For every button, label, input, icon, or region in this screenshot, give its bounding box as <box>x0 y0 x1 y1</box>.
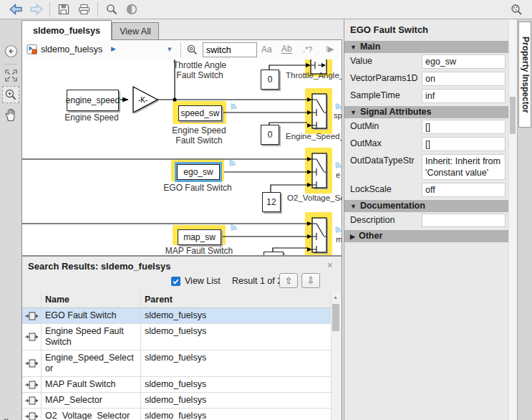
chevron-down-icon: ▼ <box>350 42 357 54</box>
constant-zero-block[interactable]: 0 <box>261 125 279 145</box>
search-results-panel: Search Results: sldemo_fuelsys × View Li… <box>21 256 342 420</box>
search-options-icon[interactable] <box>186 44 199 59</box>
forward-icon[interactable] <box>27 1 44 17</box>
section-main[interactable]: ▼Main <box>344 41 517 53</box>
result-parent: sldemo_fuelsys <box>141 377 331 392</box>
search-icon[interactable] <box>103 1 120 17</box>
property-value-field[interactable]: inf <box>422 89 506 103</box>
results-scrollbar[interactable]: ▲ <box>331 292 341 420</box>
match-case-icon[interactable]: Aa <box>261 44 272 54</box>
property-value-field[interactable]: [] <box>422 120 506 134</box>
section-signal-attributes[interactable]: ▼Signal Attributes <box>344 106 517 118</box>
property-name: LockScale <box>350 183 422 194</box>
property-value-field[interactable]: [] <box>422 137 506 151</box>
previous-result-button[interactable]: ⇧ <box>279 273 298 288</box>
address-search-bar: sldemo_fuelsys ▶ ▾ Aa Ab .*? I▶ <box>22 40 342 60</box>
save-icon[interactable] <box>55 1 72 17</box>
expand-panel-chevrons[interactable]: » <box>4 414 9 420</box>
palette-gutter: » <box>0 19 21 420</box>
back-icon[interactable] <box>7 1 24 17</box>
result-parent: sldemo_fuelsys <box>141 308 331 323</box>
toolbar-separator <box>97 2 98 16</box>
property-value-field[interactable]: on <box>422 72 506 86</box>
constant-twelve-block[interactable]: 12 <box>262 192 281 212</box>
fit-to-view-icon[interactable] <box>2 67 19 84</box>
result-parent: sldemo_fuelsys <box>141 324 331 350</box>
print-icon[interactable] <box>75 1 92 17</box>
constant-block-clipped[interactable] <box>263 252 284 255</box>
block-icon <box>22 393 42 408</box>
property-inspector-panel: EGO Fault Switch ▼Main Value ego_sw Vect… <box>344 19 517 420</box>
find-next-icon[interactable]: I▶ <box>326 44 334 54</box>
search-input[interactable] <box>203 42 257 57</box>
tab-view-all[interactable]: View All <box>112 22 159 40</box>
block-label: Throttle Angle <box>173 60 226 70</box>
result-name: Engine_Speed_Selector <box>42 350 141 376</box>
result-name: MAP_Selector <box>42 393 141 408</box>
result-name: O2_Voltage_Selector <box>42 409 141 420</box>
section-other[interactable]: ▶Other <box>344 230 517 242</box>
collapse-browser-icon[interactable] <box>2 42 19 59</box>
svg-text:-K-: -K- <box>138 96 147 104</box>
next-result-button[interactable]: ⇩ <box>301 273 320 288</box>
table-row[interactable]: MAP Fault Switch sldemo_fuelsys <box>22 377 331 393</box>
palette-separator <box>4 64 16 65</box>
block-label: O2_Voltage_Sel <box>287 194 342 202</box>
result-parent: sldemo_fuelsys <box>141 350 331 376</box>
property-name: OutMax <box>350 137 422 148</box>
signal-wires: -K- <box>22 59 342 255</box>
breadcrumb-model-name[interactable]: sldemo_fuelsys <box>41 44 102 54</box>
model-editor: sldemo_fuelsys ▶ ▾ Aa Ab .*? I▶ <box>21 39 342 256</box>
pan-hand-icon[interactable] <box>2 106 19 123</box>
property-row: Value ego_sw <box>344 53 517 70</box>
zoom-search-icon[interactable] <box>508 1 525 17</box>
close-icon[interactable]: × <box>327 259 333 271</box>
inspector-scrollbar[interactable] <box>508 19 517 420</box>
signal-logging-icon <box>228 222 237 235</box>
table-row[interactable]: EGO Fault Switch sldemo_fuelsys <box>22 308 331 324</box>
table-row[interactable]: Engine_Speed_Selector sldemo_fuelsys <box>22 350 331 377</box>
address-dropdown-icon[interactable]: ▾ <box>168 44 172 54</box>
block-label: Throttle_Angle_Se <box>286 71 342 80</box>
property-name: Value <box>350 54 422 66</box>
zoom-in-icon[interactable] <box>2 86 19 103</box>
breadcrumb-caret-icon[interactable]: ▶ <box>111 45 116 52</box>
view-list-checkbox[interactable] <box>171 276 180 285</box>
toolbar-separator <box>49 2 50 16</box>
contrast-icon[interactable] <box>123 1 140 17</box>
tab-sldemo-fuelsys[interactable]: sldemo_fuelsys <box>21 20 112 40</box>
property-value-field[interactable]: ego_sw <box>422 54 506 69</box>
scrollbar-thumb[interactable] <box>332 304 339 331</box>
property-value-field[interactable] <box>422 214 506 227</box>
scrollbar-thumb[interactable] <box>510 97 516 134</box>
view-list-label[interactable]: View List <box>185 276 221 286</box>
property-name: OutMin <box>350 120 422 131</box>
speed-sw-constant-block[interactable]: speed_sw <box>178 105 222 121</box>
table-row[interactable]: O2_Voltage_Selector sldemo_fuelsys <box>22 409 331 420</box>
result-name: EGO Fault Switch <box>42 308 141 323</box>
engine-speed-constant-block[interactable]: engine_speed <box>67 90 119 111</box>
column-header-parent[interactable]: Parent <box>141 292 331 307</box>
constant-zero-block[interactable]: 0 <box>261 70 279 90</box>
bar-separator <box>180 42 181 57</box>
match-word-icon[interactable]: Ab <box>281 44 292 54</box>
signal-logging-icon <box>332 101 342 114</box>
scroll-up-icon[interactable]: ▲ <box>333 295 338 300</box>
section-documentation[interactable]: ▼Documentation <box>344 200 517 212</box>
regex-icon[interactable]: .*? <box>303 45 312 54</box>
model-canvas[interactable]: -K- engine_speed Engine Speed Throttle <box>22 59 342 255</box>
property-row: OutMin [] <box>344 118 517 135</box>
property-value-field[interactable]: Inherit: Inherit from 'Constant value' <box>422 154 506 180</box>
property-name: OutDataTypeStr <box>350 154 422 166</box>
property-value-field[interactable]: off <box>422 183 506 197</box>
table-row[interactable]: Engine Speed Fault Switch sldemo_fuelsys <box>22 324 331 350</box>
map-sw-constant-block[interactable]: map_sw <box>178 229 221 245</box>
result-parent: sldemo_fuelsys <box>141 393 331 408</box>
table-header-row: Name Parent <box>22 292 331 308</box>
property-inspector-tab[interactable]: Property Inspector <box>518 22 531 128</box>
ego-sw-constant-block-selected[interactable]: ego_sw <box>177 164 220 180</box>
table-row[interactable]: MAP_Selector sldemo_fuelsys <box>22 393 331 409</box>
chevron-down-icon: ▼ <box>350 201 357 213</box>
property-row: LockScale off <box>344 181 517 199</box>
column-header-name[interactable]: Name <box>42 292 141 307</box>
